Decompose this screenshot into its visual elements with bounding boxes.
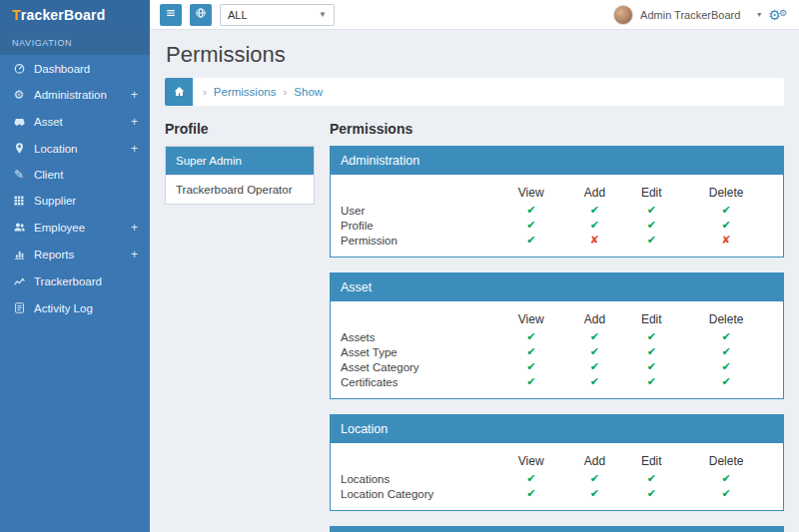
check-icon: ✔: [526, 330, 535, 342]
user-menu[interactable]: Admin TrackerBoard: [640, 9, 740, 21]
perm-column-header: View: [496, 307, 566, 329]
brand-name: rackerBoard: [21, 7, 106, 23]
topbar: ALL ▼ Admin TrackerBoard ▾ ⚙⚙: [150, 0, 799, 30]
check-icon: ✔: [647, 360, 656, 372]
check-icon: ✔: [722, 472, 731, 484]
line-chart-icon: [12, 274, 26, 287]
sidebar-item-label: Employee: [34, 222, 85, 234]
sidebar-item-client[interactable]: ✎Client: [0, 162, 150, 188]
perm-row-name: Profile: [341, 218, 496, 233]
menu-toggle-button[interactable]: [160, 4, 182, 26]
sidebar-section-label: NAVIGATION: [0, 30, 150, 55]
language-button[interactable]: [190, 4, 212, 26]
sidebar-item-location[interactable]: Location+: [0, 135, 150, 162]
check-icon: ✔: [722, 330, 731, 342]
settings-gears-icon[interactable]: ⚙⚙: [768, 8, 789, 22]
check-icon: ✔: [526, 487, 535, 499]
pencil-icon: ✎: [12, 169, 26, 181]
sidebar-item-trackerboard[interactable]: Trackerboard: [0, 267, 150, 294]
sidebar-item-label: Activity Log: [34, 302, 93, 314]
breadcrumb-link-permissions[interactable]: Permissions: [214, 86, 277, 98]
check-icon: ✔: [526, 219, 535, 231]
check-icon: ✔: [647, 219, 656, 231]
perm-column-header: Delete: [679, 181, 773, 203]
profile-list: Super AdminTrackerboard Operator: [165, 146, 315, 205]
check-icon: ✔: [526, 234, 535, 246]
sidebar-item-label: Reports: [34, 249, 74, 261]
sidebar-item-administration[interactable]: ⚙Administration+: [0, 82, 150, 108]
check-icon: ✔: [526, 204, 535, 216]
expand-plus-icon: +: [131, 249, 138, 261]
permission-section-title: Location: [331, 415, 783, 443]
breadcrumb-separator: ›: [203, 86, 207, 98]
permission-section-title: Client: [331, 527, 783, 532]
topbar-right: Admin TrackerBoard ▾ ⚙⚙: [613, 5, 789, 25]
check-icon: ✔: [590, 472, 599, 484]
main-area: ALL ▼ Admin TrackerBoard ▾ ⚙⚙ Permission…: [150, 0, 799, 532]
sidebar-item-label: Asset: [34, 116, 63, 128]
app-window: TrackerBoard NAVIGATION Dashboard⚙Admini…: [0, 0, 799, 532]
sidebar-item-activity-log[interactable]: Activity Log: [0, 294, 150, 321]
permissions-panel-title: Permissions: [330, 121, 784, 137]
perm-row: Certificates✔✔✔✔: [341, 374, 773, 389]
brand-logo[interactable]: TrackerBoard: [0, 0, 150, 30]
perm-column-header: View: [496, 449, 566, 471]
perm-column-header: Edit: [623, 307, 679, 329]
users-icon: [12, 221, 26, 234]
breadcrumb-link-show[interactable]: Show: [294, 86, 323, 98]
check-icon: ✔: [647, 472, 656, 484]
perm-row: Location Category✔✔✔✔: [341, 486, 773, 501]
check-icon: ✔: [722, 360, 731, 372]
check-icon: ✔: [526, 360, 535, 372]
sidebar-item-label: Supplier: [34, 195, 76, 207]
user-avatar[interactable]: [613, 5, 633, 25]
sidebar-item-label: Administration: [34, 89, 107, 101]
permission-sections: AdministrationViewAddEditDeleteUser✔✔✔✔P…: [330, 146, 784, 532]
filter-select[interactable]: ALL ▼: [220, 4, 335, 26]
sidebar-item-asset[interactable]: Asset+: [0, 108, 150, 135]
check-icon: ✔: [722, 204, 731, 216]
user-menu-caret-icon[interactable]: ▾: [757, 10, 761, 19]
permission-section-title: Asset: [331, 273, 783, 301]
expand-plus-icon: +: [131, 143, 138, 155]
grid-icon: [12, 195, 26, 207]
sidebar-item-reports[interactable]: Reports+: [0, 241, 150, 267]
cross-icon: ✘: [722, 234, 731, 246]
filter-select-value: ALL: [228, 9, 248, 21]
check-icon: ✔: [590, 487, 599, 499]
check-icon: ✔: [647, 375, 656, 387]
bar-chart-icon: [12, 248, 26, 261]
check-icon: ✔: [590, 360, 599, 372]
sidebar-item-employee[interactable]: Employee+: [0, 214, 150, 241]
expand-plus-icon: +: [131, 89, 138, 101]
small-gear-icon: ⚙: [779, 8, 787, 18]
perm-row-name: Assets: [341, 329, 496, 344]
permissions-column: Permissions AdministrationViewAddEditDel…: [330, 121, 784, 532]
check-icon: ✔: [647, 204, 656, 216]
check-icon: ✔: [590, 345, 599, 357]
breadcrumb-items: › Permissions › Show: [193, 86, 333, 98]
perm-row: Locations✔✔✔✔: [341, 471, 773, 486]
breadcrumb: › Permissions › Show: [165, 78, 784, 106]
sidebar-item-label: Client: [34, 169, 63, 181]
breadcrumb-home-button[interactable]: [165, 78, 193, 106]
profile-item[interactable]: Super Admin: [166, 147, 314, 176]
sidebar-item-dashboard[interactable]: Dashboard: [0, 55, 150, 82]
sidebar: TrackerBoard NAVIGATION Dashboard⚙Admini…: [0, 0, 150, 532]
check-icon: ✔: [526, 345, 535, 357]
globe-icon: [195, 7, 207, 22]
expand-plus-icon: +: [131, 222, 138, 234]
check-icon: ✔: [590, 330, 599, 342]
profile-item[interactable]: Trackerboard Operator: [166, 176, 314, 204]
perm-row: User✔✔✔✔: [341, 203, 773, 218]
sidebar-item-supplier[interactable]: Supplier: [0, 188, 150, 214]
check-icon: ✔: [590, 219, 599, 231]
perm-row-name: Permission: [341, 233, 496, 248]
perm-row-name: Asset Category: [341, 359, 496, 374]
perm-row-name: Location Category: [341, 486, 496, 501]
page-title: Permissions: [166, 42, 784, 68]
perm-row: Asset Category✔✔✔✔: [341, 359, 773, 374]
permission-section: LocationViewAddEditDeleteLocations✔✔✔✔Lo…: [330, 414, 784, 511]
check-icon: ✔: [526, 375, 535, 387]
gauge-icon: [12, 62, 26, 75]
